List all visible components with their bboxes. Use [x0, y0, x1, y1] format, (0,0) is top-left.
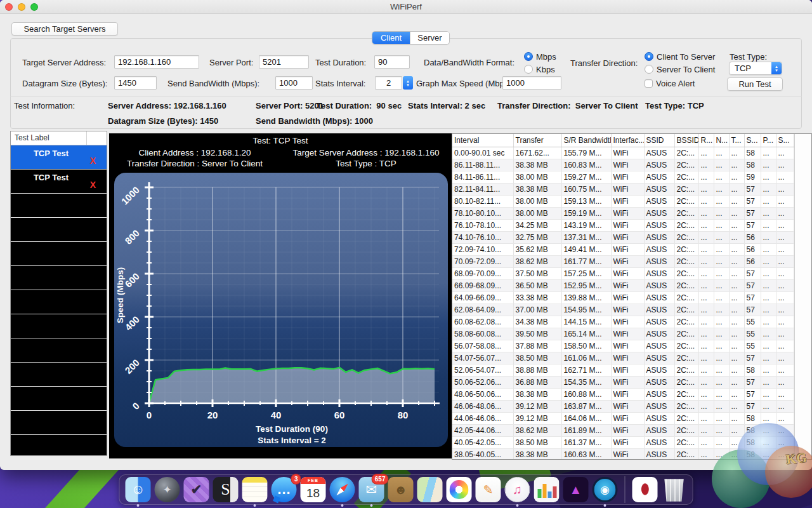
maps-icon[interactable] — [417, 477, 443, 502]
server-port-input[interactable] — [259, 55, 309, 69]
delete-test-button[interactable]: X — [90, 156, 96, 165]
column-header[interactable]: S... — [744, 134, 761, 147]
pages-icon[interactable]: ✎ — [476, 477, 501, 502]
table-cell: ... — [729, 401, 744, 413]
s-app-icon[interactable]: S — [213, 477, 239, 502]
table-cell: 160.63 M... — [561, 449, 611, 460]
table-cell: 2C:... — [674, 280, 698, 292]
column-header[interactable]: Interfac... — [611, 134, 644, 147]
table-row[interactable]: 38.05-40.05...38.38 MB160.63 M...WiFiASU… — [452, 449, 794, 460]
direction-client-to-server-radio[interactable]: Client To Server — [645, 51, 715, 62]
table-row[interactable]: 56.07-58.08...37.88 MB158.50 M...WiFiASU… — [452, 340, 794, 352]
table-row[interactable]: 70.09-72.09...38.62 MB161.77 M...WiFiASU… — [452, 256, 794, 268]
table-row[interactable]: 66.09-68.09...36.50 MB152.95 M...WiFiASU… — [452, 280, 794, 292]
table-row[interactable]: 60.08-62.08...34.38 MB144.15 M...WiFiASU… — [452, 316, 794, 328]
table-row[interactable]: 50.06-52.06...36.88 MB154.35 M...WiFiASU… — [452, 377, 794, 389]
table-row[interactable]: 68.09-70.09...37.50 MB157.25 M...WiFiASU… — [452, 268, 794, 280]
table-scrollbar[interactable] — [794, 134, 811, 459]
format-kbps-radio[interactable]: Kbps — [524, 64, 555, 74]
table-row[interactable]: 46.06-48.06...39.12 MB163.87 M...WiFiASU… — [452, 401, 794, 413]
test-duration-input[interactable] — [374, 55, 410, 69]
dock-item-wifiperf: ◉ — [593, 477, 618, 502]
column-header[interactable]: N... — [714, 134, 729, 147]
test-type-select[interactable]: TCP — [729, 62, 782, 75]
column-header[interactable]: Interval — [452, 134, 513, 147]
wifiperf-icon[interactable]: ◉ — [593, 477, 618, 502]
table-cell: ... — [698, 437, 714, 449]
run-test-button[interactable]: Run Test — [727, 77, 783, 91]
table-cell: ... — [776, 377, 794, 389]
voice-alert-checkbox[interactable]: Voice Alert — [645, 78, 695, 88]
datagram-size-input[interactable] — [114, 76, 157, 90]
omnifocus-icon[interactable]: ✔ — [184, 477, 209, 502]
table-row[interactable]: 78.10-80.10...38.00 MB159.19 M...WiFiASU… — [452, 208, 794, 220]
affinity-photo-icon[interactable]: ▲ — [563, 477, 589, 502]
table-cell: WiFi — [611, 292, 644, 304]
table-cell: ... — [776, 196, 794, 208]
test-label-list-header: Test Label — [11, 131, 107, 145]
direction-server-to-client-radio[interactable]: Server To Client — [645, 64, 715, 74]
table-row[interactable]: 52.06-54.07...38.88 MB162.71 M...WiFiASU… — [452, 364, 794, 377]
finder-icon[interactable]: ☺ — [126, 477, 151, 502]
launchpad-icon[interactable]: ✦ — [155, 477, 180, 502]
table-row[interactable]: 74.10-76.10...32.75 MB137.31 M...WiFiASU… — [452, 232, 794, 244]
column-header[interactable]: R... — [698, 134, 714, 147]
send-bandwidth-input[interactable] — [275, 76, 313, 90]
test-label-row[interactable]: TCP TestX — [11, 170, 107, 194]
table-cell: 57 — [744, 352, 761, 364]
table-row[interactable]: 84.11-86.11...38.00 MB159.27 M...WiFiASU… — [452, 171, 794, 184]
tab-client[interactable]: Client — [372, 32, 410, 44]
album-document-icon[interactable] — [632, 477, 658, 502]
table-cell: WiFi — [611, 413, 644, 425]
chart-title: Test: TCP Test — [109, 136, 452, 145]
table-row[interactable]: 72.09-74.10...35.62 MB149.41 M...WiFiASU… — [452, 244, 794, 256]
table-row[interactable]: 80.10-82.11...38.00 MB159.13 M...WiFiASU… — [452, 196, 794, 208]
column-header[interactable]: S/R Bandwidth — [561, 134, 611, 147]
contacts-icon[interactable]: ☻ — [388, 477, 414, 502]
photos-icon[interactable] — [447, 477, 472, 502]
table-row[interactable]: 82.11-84.11...38.38 MB160.75 M...WiFiASU… — [452, 184, 794, 196]
numbers-icon[interactable] — [534, 477, 560, 502]
table-row[interactable]: 86.11-88.11...38.38 MB160.83 M...WiFiASU… — [452, 159, 794, 171]
graph-max-speed-input[interactable] — [502, 76, 561, 90]
search-target-servers-button[interactable]: Search Target Servers — [11, 22, 118, 36]
test-label-row[interactable]: TCP TestX — [11, 145, 107, 170]
table-row[interactable]: 64.09-66.09...33.38 MB139.88 M...WiFiASU… — [452, 292, 794, 304]
stats-interval-stepper[interactable] — [403, 76, 413, 90]
table-row[interactable]: 62.08-64.09...37.00 MB154.95 M...WiFiASU… — [452, 304, 794, 316]
table-row[interactable]: 40.05-42.05...38.50 MB161.37 M...WiFiASU… — [452, 437, 794, 449]
table-row[interactable]: 44.06-46.06...39.12 MB164.06 M...WiFiASU… — [452, 413, 794, 425]
table-cell: ... — [776, 171, 794, 184]
table-cell: ... — [776, 159, 794, 171]
calendar-icon[interactable]: FEB18 — [301, 477, 326, 502]
target-server-address-input[interactable] — [114, 55, 199, 69]
column-header[interactable]: T... — [729, 134, 744, 147]
delete-test-button[interactable]: X — [90, 180, 96, 189]
column-header[interactable]: SSID — [644, 134, 674, 147]
table-cell: 54.07-56.07... — [452, 352, 513, 364]
table-cell: 2C:... — [674, 196, 698, 208]
tab-server[interactable]: Server — [410, 32, 449, 44]
column-header[interactable]: S... — [776, 134, 794, 147]
itunes-icon[interactable]: ♫ — [505, 477, 530, 502]
table-cell: 2C:... — [674, 244, 698, 256]
column-header[interactable]: BSSID — [674, 134, 698, 147]
table-cell: ... — [698, 449, 714, 460]
table-row[interactable]: 54.07-56.07...38.50 MB161.06 M...WiFiASU… — [452, 352, 794, 364]
column-header[interactable]: P... — [761, 134, 776, 147]
table-row[interactable]: 48.06-50.06...38.38 MB160.88 M...WiFiASU… — [452, 389, 794, 401]
format-mbps-radio[interactable]: Mbps — [524, 51, 556, 62]
table-row[interactable]: 58.08-60.08...39.50 MB165.14 M...WiFiASU… — [452, 328, 794, 340]
safari-icon[interactable] — [330, 477, 355, 502]
notes-icon[interactable] — [242, 477, 268, 502]
table-cell: 2C:... — [674, 364, 698, 377]
table-cell: 137.31 M... — [561, 232, 611, 244]
column-header[interactable]: Transfer — [513, 134, 561, 147]
table-row[interactable]: 76.10-78.10...34.25 MB143.19 M...WiFiASU… — [452, 220, 794, 232]
trash-icon[interactable] — [662, 477, 687, 502]
table-cell: 57 — [744, 208, 761, 220]
table-cell: ... — [776, 292, 794, 304]
stats-interval-input[interactable] — [375, 76, 402, 90]
table-row[interactable]: 0.00-90.01 sec1671.62...155.79 M...WiFiA… — [452, 147, 794, 159]
table-row[interactable]: 42.05-44.06...38.62 MB161.89 M...WiFiASU… — [452, 425, 794, 437]
